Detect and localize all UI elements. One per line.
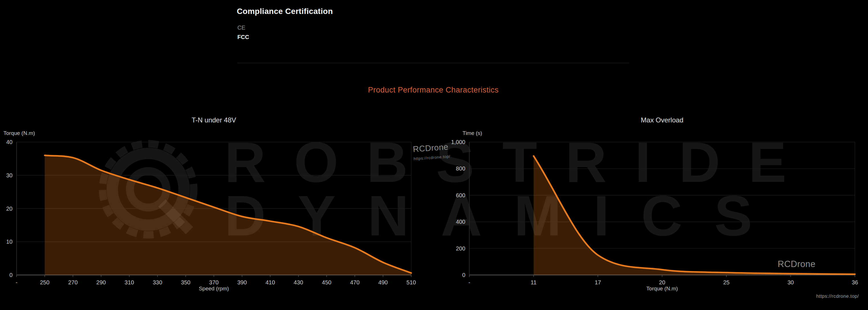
page: ROBSTRIDE DYNAMICS Compliance Certificat… bbox=[0, 0, 868, 310]
x-tick-label: 270 bbox=[68, 279, 78, 285]
overload-chart-title: Max Overload bbox=[469, 116, 855, 124]
y-tick-label: 30 bbox=[6, 172, 12, 178]
x-tick-label: 20 bbox=[659, 279, 665, 285]
x-tick-label: 30 bbox=[787, 279, 794, 285]
y-tick-label: 200 bbox=[456, 245, 465, 252]
site-watermark-bottom: RCDrone bbox=[778, 259, 815, 269]
x-tick-label: 350 bbox=[181, 279, 190, 285]
y-tick-label: 10 bbox=[6, 239, 12, 245]
x-tick-label: 430 bbox=[294, 279, 303, 285]
tn-chart-title: T-N under 48V bbox=[17, 116, 411, 124]
x-tick-label: 250 bbox=[40, 279, 49, 285]
overload-chart-x-axis-label: Torque (N.m) bbox=[469, 285, 855, 292]
area-fill bbox=[45, 156, 411, 275]
x-tick-label: 17 bbox=[595, 279, 601, 285]
area-fill bbox=[534, 156, 855, 275]
y-tick-label: 800 bbox=[456, 165, 465, 172]
y-tick-label: 400 bbox=[456, 219, 465, 225]
x-tick-label: 330 bbox=[153, 279, 162, 285]
x-tick-label: 470 bbox=[350, 279, 359, 285]
y-tick-label: 0 bbox=[462, 272, 465, 278]
x-tick-label: - bbox=[16, 279, 18, 285]
x-tick-label: 25 bbox=[723, 279, 730, 285]
footer-site-link[interactable]: https://rcdrone.top/ bbox=[816, 294, 859, 299]
x-tick-label: 36 bbox=[852, 279, 858, 285]
tn-chart-x-axis-label: Speed (rpm) bbox=[17, 285, 411, 292]
x-tick-label: 450 bbox=[322, 279, 332, 285]
x-tick-label: 290 bbox=[96, 279, 106, 285]
x-tick-label: 370 bbox=[209, 279, 219, 285]
y-tick-label: 20 bbox=[6, 206, 12, 212]
x-tick-label: 510 bbox=[406, 279, 416, 285]
x-tick-label: 490 bbox=[378, 279, 388, 285]
y-tick-label: 600 bbox=[456, 192, 465, 198]
overload-chart-y-axis-label: Time (s) bbox=[463, 130, 482, 136]
tn-chart-y-axis-label: Torque (N.m) bbox=[3, 130, 35, 136]
x-tick-label: 11 bbox=[531, 279, 536, 285]
y-tick-label: 40 bbox=[6, 139, 12, 145]
x-tick-label: 390 bbox=[237, 279, 247, 285]
y-tick-label: 1,000 bbox=[451, 139, 465, 145]
x-tick-label: 410 bbox=[266, 279, 275, 285]
site-watermark-center: RCDrone https://rcdrone.top/ bbox=[413, 142, 450, 161]
x-tick-label: 310 bbox=[125, 279, 134, 285]
x-tick-label: - bbox=[468, 279, 470, 285]
y-tick-label: 0 bbox=[9, 272, 12, 278]
